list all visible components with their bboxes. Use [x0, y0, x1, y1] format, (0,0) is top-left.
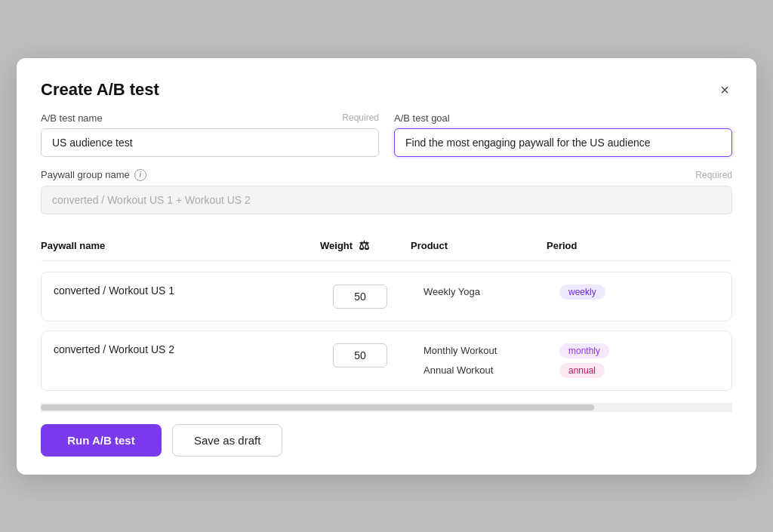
ab-test-name-input[interactable] [41, 128, 379, 157]
weight-input-2[interactable] [333, 343, 387, 367]
paywall-name-col-2: converted / Workout US 2 [54, 343, 333, 355]
horizontal-scrollbar[interactable] [41, 403, 732, 412]
paywall-row-inner: converted / Workout US 1 Weekly Yoga wee… [54, 284, 719, 309]
paywall-group-required: Required [695, 170, 732, 180]
modal: Create A/B test × A/B test name Required… [17, 58, 756, 475]
scrollbar-thumb [41, 404, 594, 411]
product-name-annual: Annual Workout [423, 364, 559, 376]
product-row-annual: Annual Workout annual [423, 363, 719, 378]
paywall-group-value: converted / Workout US 1 + Workout US 2 [41, 186, 732, 214]
scale-icon: ⚖ [359, 238, 369, 253]
paywall-table: Paywall name Weight ⚖ Product Period con… [41, 232, 732, 391]
form-row-1: A/B test name Required A/B test goal [41, 112, 732, 157]
run-ab-test-button[interactable]: Run A/B test [41, 424, 162, 457]
ab-test-name-group: A/B test name Required [41, 112, 379, 157]
modal-body: A/B test name Required A/B test goal Pay… [17, 112, 756, 403]
ab-test-goal-group: A/B test goal [394, 112, 732, 157]
period-badge-monthly: monthly [559, 343, 609, 358]
save-as-draft-button[interactable]: Save as draft [172, 424, 282, 457]
paywall-weight-col-1 [333, 284, 423, 309]
period-badge-annual: annual [559, 363, 605, 378]
table-row: converted / Workout US 2 Monthly Workout… [41, 331, 732, 391]
table-header: Paywall name Weight ⚖ Product Period [41, 232, 732, 261]
col-period-header: Period [547, 240, 732, 251]
paywall-group-name-group: Paywall group name i Required converted … [41, 169, 732, 214]
paywall-weight-col-2 [333, 343, 423, 367]
form-row-2: Paywall group name i Required converted … [41, 169, 732, 214]
col-product-header: Product [411, 240, 547, 251]
close-button[interactable]: × [717, 79, 732, 100]
paywall-group-label-row: Paywall group name i Required [41, 169, 732, 181]
paywall-products-col-2: Monthly Workout monthly Annual Workout a… [423, 343, 719, 378]
paywall-name-col-1: converted / Workout US 1 [54, 284, 333, 297]
ab-test-goal-label: A/B test goal [394, 112, 732, 124]
table-row: converted / Workout US 1 Weekly Yoga wee… [41, 272, 732, 321]
product-row-monthly: Monthly Workout monthly [423, 343, 719, 358]
paywall-row-inner-2: converted / Workout US 2 Monthly Workout… [54, 343, 719, 378]
paywall-products-col-1: Weekly Yoga weekly [423, 284, 719, 300]
paywall-name-1: converted / Workout US 1 [54, 284, 174, 297]
modal-title: Create A/B test [41, 80, 159, 100]
modal-footer: Run A/B test Save as draft [17, 412, 756, 475]
col-name-header: Paywall name [41, 240, 320, 251]
ab-test-name-label-row: A/B test name Required [41, 112, 379, 124]
product-name-monthly: Monthly Workout [423, 345, 559, 356]
help-icon[interactable]: i [134, 169, 146, 181]
col-weight-header: Weight ⚖ [320, 238, 411, 253]
modal-backdrop: Create A/B test × A/B test name Required… [0, 0, 773, 532]
modal-header: Create A/B test × [17, 58, 756, 112]
table-body: converted / Workout US 1 Weekly Yoga wee… [41, 272, 732, 391]
period-badge-weekly: weekly [559, 284, 605, 300]
product-row: Weekly Yoga weekly [423, 284, 719, 300]
ab-test-name-required: Required [342, 112, 379, 123]
ab-test-name-label: A/B test name [41, 112, 103, 124]
paywall-name-2: converted / Workout US 2 [54, 343, 174, 355]
ab-test-goal-input[interactable] [394, 128, 732, 157]
weight-input-1[interactable] [333, 284, 387, 309]
paywall-group-label: Paywall group name i [41, 169, 146, 181]
product-name-1: Weekly Yoga [423, 286, 559, 297]
